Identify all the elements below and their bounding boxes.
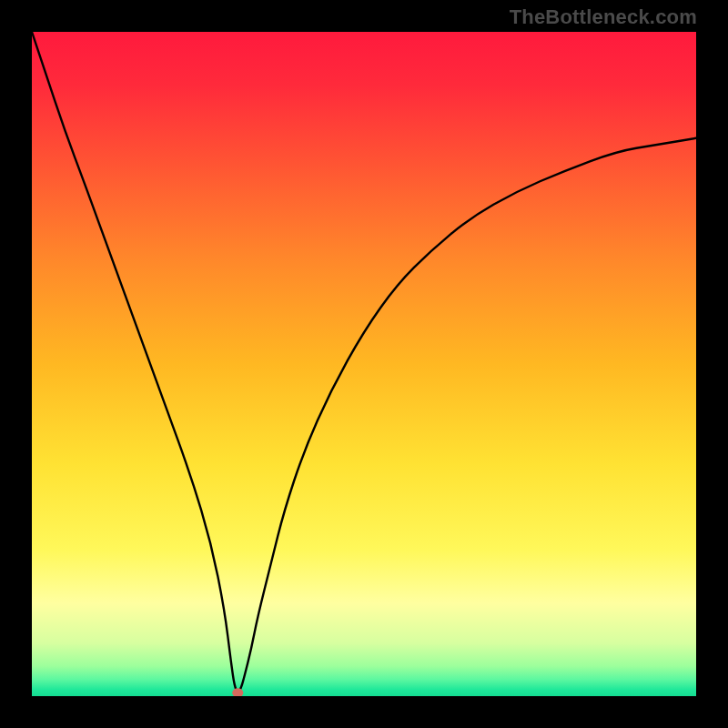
watermark-text: TheBottleneck.com	[510, 5, 697, 29]
plot-area	[32, 32, 696, 696]
optimum-point-marker	[232, 688, 243, 696]
chart-frame: TheBottleneck.com	[0, 0, 728, 728]
bottleneck-curve	[32, 32, 696, 692]
curve-layer	[32, 32, 696, 696]
